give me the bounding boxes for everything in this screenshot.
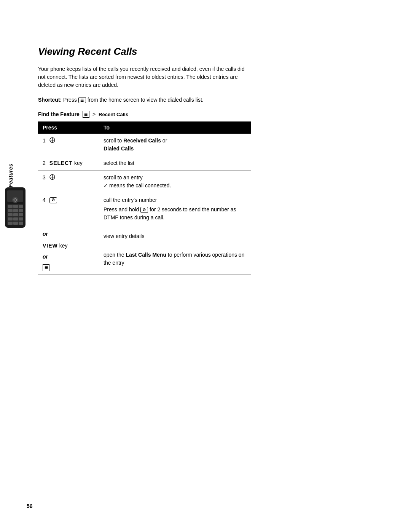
page-title: Viewing Recent Calls — [38, 46, 381, 58]
feature-table: Press To 1 ⨁ scroll to Received Calls or — [38, 121, 251, 275]
view-key-text: VIEW — [43, 242, 58, 250]
key-suffix-2: key — [74, 159, 83, 167]
svg-rect-7 — [13, 209, 18, 212]
svg-rect-13 — [13, 217, 18, 220]
row-num-3: 3 — [43, 174, 46, 182]
to-text-1: scroll to — [104, 137, 123, 144]
svg-rect-14 — [19, 217, 23, 220]
dialed-calls-text: Dialed Calls — [104, 145, 134, 152]
open-text: open the — [104, 252, 126, 258]
intro-paragraph: Your phone keeps lists of the calls you … — [38, 65, 251, 89]
row-num-1: 1 — [43, 137, 46, 145]
phone-illustration — [2, 187, 29, 228]
svg-rect-12 — [8, 217, 13, 220]
table-header-row: Press To — [38, 121, 251, 134]
to-cell-2: select the list — [99, 156, 251, 171]
to-view-block: view entry details — [104, 232, 247, 240]
table-row: 2 SELECT key select the list — [38, 156, 251, 171]
received-calls-text: Received Calls — [123, 137, 161, 144]
or-text-1: or — [43, 230, 48, 238]
press-cell-1: 1 ⨁ — [38, 134, 99, 156]
menu-icon-4: ☰ — [43, 264, 49, 271]
header-to: To — [99, 121, 251, 134]
to-or-text: or — [161, 137, 167, 144]
table-row: 4 ✆ or VIEW key or — [38, 193, 251, 275]
shortcut-text: Press — [63, 97, 78, 103]
main-content: Viewing Recent Calls Your phone keeps li… — [30, 0, 411, 532]
table-row: 1 ⨁ scroll to Received Calls or Dialed C… — [38, 134, 251, 156]
find-feature-arrow: > — [92, 111, 96, 117]
shortcut-line: Shortcut: Press ☰ from the home screen t… — [38, 96, 251, 104]
sidebar: Calling Features — [0, 0, 30, 532]
to-text-2: select the list — [104, 160, 134, 166]
row-num-2: 2 — [43, 159, 46, 167]
svg-rect-8 — [19, 209, 23, 212]
svg-rect-3 — [8, 205, 13, 208]
find-feature-destination: Recent Calls — [99, 112, 128, 117]
shortcut-suffix: from the home screen to view the dialed … — [88, 97, 204, 103]
press-cell-3: 3 ⨁ — [38, 171, 99, 193]
to-cell-3: scroll to an entry ✓ means the call conn… — [99, 171, 251, 193]
nav-icon-3: ⨁ — [49, 174, 55, 179]
svg-rect-16 — [13, 222, 18, 225]
svg-rect-11 — [19, 213, 23, 216]
header-press: Press — [38, 121, 99, 134]
select-key-text: SELECT — [49, 159, 73, 167]
page-number: 56 — [27, 503, 33, 509]
svg-rect-10 — [13, 213, 18, 216]
svg-rect-15 — [8, 222, 13, 225]
phone-key-4: ✆ — [49, 197, 57, 203]
find-feature-label: Find the Feature — [38, 111, 80, 117]
svg-rect-4 — [13, 205, 18, 208]
phone-key-hold: ✆ — [140, 207, 148, 213]
to-text-3b: means the call connected. — [108, 182, 171, 189]
to-cell-4: call the entry's number Press and hold ✆… — [99, 193, 251, 275]
shortcut-menu-icon: ☰ — [78, 97, 86, 103]
svg-rect-17 — [19, 222, 23, 225]
svg-rect-5 — [19, 205, 23, 208]
svg-rect-6 — [8, 209, 13, 212]
to-cell-1: scroll to Received Calls or Dialed Calls — [99, 134, 251, 156]
shortcut-label: Shortcut: — [38, 97, 62, 103]
nav-icon-1: ⨁ — [49, 137, 55, 142]
or-text-2: or — [43, 253, 48, 261]
find-feature-menu-icon: ☰ — [83, 111, 89, 118]
to-main-4: call the entry's number — [104, 196, 247, 204]
find-feature-row: Find the Feature ☰ > Recent Calls — [38, 111, 381, 118]
checkmark-icon: ✓ — [104, 183, 108, 189]
svg-rect-9 — [8, 213, 13, 216]
view-key-suffix: key — [59, 242, 68, 250]
last-calls-menu-text: Last Calls Menu — [126, 252, 166, 258]
table-row: 3 ⨁ scroll to an entry ✓ means the call … — [38, 171, 251, 193]
row-num-4: 4 — [43, 196, 46, 204]
to-hold-block: Press and hold ✆ for 2 seconds to send t… — [104, 206, 247, 222]
to-menu-block: open the Last Calls Menu to perform vari… — [104, 251, 247, 267]
view-entry-text: view entry details — [104, 233, 144, 239]
press-cell-4: 4 ✆ or VIEW key or — [38, 193, 99, 275]
to-text-3a: scroll to an entry — [104, 174, 143, 181]
press-hold-text: Press and hold — [104, 206, 140, 212]
to-call-text: call the entry's number — [104, 197, 157, 203]
page-container: Calling Features — [0, 0, 411, 532]
press-cell-2: 2 SELECT key — [38, 156, 99, 171]
